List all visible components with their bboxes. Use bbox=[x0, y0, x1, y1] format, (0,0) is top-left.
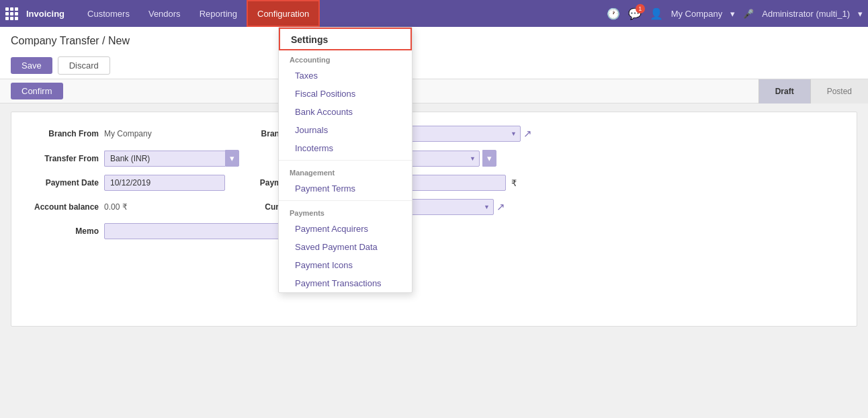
nav-links: Customers Vendors Reporting Configuratio… bbox=[78, 0, 607, 27]
account-balance-value: 0.00 ₹ bbox=[104, 202, 128, 212]
page-header: Company Transfer / New Save Discard bbox=[0, 27, 868, 79]
transfer-from-input[interactable] bbox=[104, 151, 225, 167]
dropdown-divider-1 bbox=[279, 160, 412, 161]
transfer-from-group: Transfer From ▾ bbox=[25, 150, 239, 167]
branch-from-value: My Company bbox=[104, 129, 152, 138]
nav-vendors[interactable]: Vendors bbox=[139, 0, 190, 27]
chevron-down-icon: ▾ bbox=[730, 9, 735, 19]
memo-label: Memo bbox=[25, 226, 99, 236]
form-row-4: Account balance 0.00 ₹ Currency INR ↗ bbox=[25, 199, 843, 215]
transfer-from-dropdown-btn[interactable]: ▾ bbox=[225, 150, 239, 167]
navbar-right: 🕐 💬 1 👤 My Company ▾ 🎤 Administrator (mu… bbox=[607, 7, 863, 20]
account-balance-label: Account balance bbox=[25, 202, 99, 212]
nav-configuration[interactable]: Configuration bbox=[247, 0, 320, 27]
status-draft[interactable]: Draft bbox=[758, 79, 810, 103]
branch-to-external-link[interactable]: ↗ bbox=[523, 128, 532, 140]
app-brand: Invoicing bbox=[5, 7, 64, 20]
account-balance-group: Account balance 0.00 ₹ bbox=[25, 199, 200, 215]
payment-date-group: Payment Date bbox=[25, 175, 225, 191]
form-row-1: Branch From My Company Branch To Nebula … bbox=[25, 126, 843, 142]
transfer-from-input-group: ▾ bbox=[104, 150, 239, 167]
menu-fiscal-positions[interactable]: Fiscal Positions bbox=[279, 85, 412, 103]
form-row-5: Memo bbox=[25, 223, 843, 239]
form-row-2: Transfer From ▾ Transfer To Cash (INR) ▾ bbox=[25, 150, 843, 167]
management-section-label: Management bbox=[279, 163, 412, 179]
save-button[interactable]: Save bbox=[11, 57, 52, 74]
nav-reporting[interactable]: Reporting bbox=[190, 0, 247, 27]
payments-section-label: Payments bbox=[279, 204, 412, 220]
menu-saved-payment-data[interactable]: Saved Payment Data bbox=[279, 238, 412, 256]
memo-group: Memo bbox=[25, 223, 292, 239]
menu-payment-terms[interactable]: Payment Terms bbox=[279, 179, 412, 198]
menu-taxes[interactable]: Taxes bbox=[279, 67, 412, 85]
messages-icon-wrap[interactable]: 💬 1 bbox=[628, 7, 642, 20]
user-icon: 🎤 bbox=[743, 9, 754, 19]
user-name[interactable]: Administrator (multi_1) bbox=[762, 9, 850, 19]
status-steps: Draft Posted bbox=[758, 79, 868, 103]
menu-incoterms[interactable]: Incoterms bbox=[279, 139, 412, 157]
company-name[interactable]: My Company bbox=[671, 9, 723, 19]
action-bar: Save Discard bbox=[11, 52, 857, 79]
branch-from-group: Branch From My Company bbox=[25, 126, 200, 142]
accounting-section-label: Accounting bbox=[279, 50, 412, 67]
discard-button[interactable]: Discard bbox=[58, 56, 110, 75]
grid-icon[interactable] bbox=[5, 7, 18, 20]
menu-payment-transactions[interactable]: Payment Transactions bbox=[279, 274, 412, 292]
nav-customers[interactable]: Customers bbox=[78, 0, 139, 27]
transfer-from-label: Transfer From bbox=[25, 154, 99, 163]
menu-bank-accounts[interactable]: Bank Accounts bbox=[279, 103, 412, 121]
menu-payment-icons[interactable]: Payment Icons bbox=[279, 256, 412, 274]
branch-from-label: Branch From bbox=[25, 129, 99, 138]
settings-menu-item[interactable]: Settings bbox=[279, 28, 412, 50]
rupee-icon: ₹ bbox=[511, 178, 517, 188]
breadcrumb: Company Transfer / New bbox=[11, 32, 857, 52]
form-row-3: Payment Date Payment Amount ₹ bbox=[25, 175, 843, 191]
confirm-button[interactable]: Confirm bbox=[11, 83, 63, 99]
config-dropdown: Settings Accounting Taxes Fiscal Positio… bbox=[278, 27, 413, 293]
memo-input[interactable] bbox=[104, 223, 292, 239]
payment-date-label: Payment Date bbox=[25, 178, 99, 187]
person-icon[interactable]: 👤 bbox=[650, 7, 663, 20]
dropdown-divider-2 bbox=[279, 200, 412, 201]
status-posted[interactable]: Posted bbox=[810, 79, 868, 103]
transfer-to-dropdown-btn[interactable]: ▾ bbox=[482, 150, 496, 167]
menu-journals[interactable]: Journals bbox=[279, 121, 412, 139]
user-chevron-icon: ▾ bbox=[858, 9, 863, 19]
currency-external-link[interactable]: ↗ bbox=[496, 201, 505, 213]
navbar: Invoicing Customers Vendors Reporting Co… bbox=[0, 0, 868, 27]
menu-payment-acquirers[interactable]: Payment Acquirers bbox=[279, 220, 412, 238]
app-name: Invoicing bbox=[26, 9, 64, 19]
messages-badge: 1 bbox=[636, 4, 645, 13]
status-bar: Confirm Draft Posted bbox=[0, 79, 868, 103]
payment-date-input[interactable] bbox=[104, 175, 225, 191]
main-area: Branch From My Company Branch To Nebula … bbox=[0, 103, 868, 335]
clock-icon[interactable]: 🕐 bbox=[607, 7, 620, 20]
form-card: Branch From My Company Branch To Nebula … bbox=[11, 112, 857, 327]
